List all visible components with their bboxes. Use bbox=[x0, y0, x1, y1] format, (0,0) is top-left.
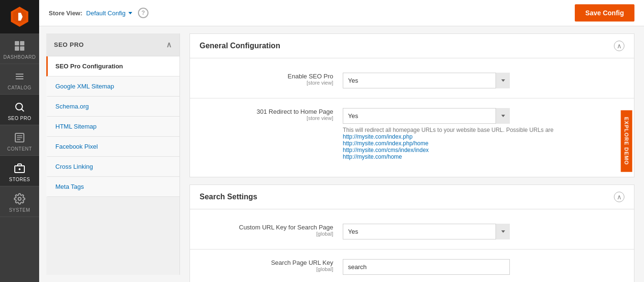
custom-url-key-scope: [global] bbox=[200, 231, 333, 237]
divider-1 bbox=[190, 98, 634, 98]
enable-seo-pro-control: Yes No bbox=[343, 73, 624, 88]
sidebar-item-stores[interactable]: STORES bbox=[0, 156, 39, 186]
custom-url-key-select-wrapper: Yes No bbox=[343, 224, 510, 239]
divider-2 bbox=[190, 249, 634, 249]
stores-icon bbox=[13, 162, 26, 175]
save-config-button[interactable]: Save Config bbox=[575, 4, 634, 22]
sidebar-item-stores-label: STORES bbox=[9, 177, 30, 182]
sidebar-item-system-label: SYSTEM bbox=[9, 207, 30, 213]
store-view-value: Default Config bbox=[86, 10, 126, 17]
redirect-link-3: http://mysite.com/cms/index/index bbox=[343, 147, 624, 153]
svg-point-9 bbox=[18, 197, 21, 200]
svg-rect-2 bbox=[15, 46, 19, 51]
seo-pro-title: SEO PRO bbox=[54, 41, 84, 48]
nav-item-seo-pro-config[interactable]: SEO Pro Configuration bbox=[46, 56, 179, 76]
sidebar-item-dashboard-label: DASHBOARD bbox=[3, 54, 36, 60]
search-page-url-key-row: Search Page URL Key [global] bbox=[190, 254, 634, 280]
seo-pro-section-header: SEO PRO ∧ bbox=[46, 33, 179, 56]
enable-seo-pro-row: Enable SEO Pro [store view] Yes No bbox=[190, 68, 634, 93]
redirect-301-help-main: This will redirect all homepage URLs to … bbox=[343, 127, 554, 133]
sidebar-item-catalog-label: CATALOG bbox=[8, 85, 32, 90]
left-panel: SEO PRO ∧ SEO Pro Configuration Google X… bbox=[46, 33, 180, 275]
content-area: SEO PRO ∧ SEO Pro Configuration Google X… bbox=[39, 26, 644, 282]
nav-item-html-sitemap[interactable]: HTML Sitemap bbox=[46, 117, 179, 137]
collapse-icon[interactable]: ∧ bbox=[166, 40, 172, 49]
custom-url-key-control: Yes No bbox=[343, 224, 624, 239]
redirect-301-label: 301 Redirect to Home Page bbox=[200, 108, 333, 115]
general-config-body: Enable SEO Pro [store view] Yes No bbox=[190, 58, 634, 177]
nav-item-google-xml-sitemap[interactable]: Google XML Sitemap bbox=[46, 76, 179, 97]
search-settings-title: Search Settings bbox=[200, 193, 257, 201]
redirect-301-control: Yes No This will redirect all homepage U… bbox=[343, 108, 624, 160]
sidebar-item-system[interactable]: SYSTEM bbox=[0, 186, 39, 217]
svg-rect-0 bbox=[15, 41, 19, 45]
custom-url-key-label: Custom URL Key for Search Page bbox=[200, 224, 333, 231]
store-view-select[interactable]: Default Config bbox=[86, 10, 132, 17]
enable-seo-pro-scope: [store view] bbox=[200, 80, 333, 86]
explore-demo-banner[interactable]: EXPLORE DEMO bbox=[621, 110, 633, 172]
sidebar-item-dashboard[interactable]: DASHBOARD bbox=[0, 33, 39, 64]
main-wrapper: Store View: Default Config ? Save Config… bbox=[39, 0, 644, 282]
nav-item-schema-org[interactable]: Schema.org bbox=[46, 97, 179, 117]
custom-url-key-row: Custom URL Key for Search Page [global] … bbox=[190, 219, 634, 244]
system-icon bbox=[13, 192, 26, 206]
general-config-header: General Configuration ∧ bbox=[190, 34, 634, 58]
redirect-301-scope: [store view] bbox=[200, 115, 333, 121]
enable-seo-pro-label: Enable SEO Pro bbox=[200, 73, 333, 80]
svg-rect-1 bbox=[20, 41, 24, 45]
redirect-301-row: 301 Redirect to Home Page [store view] Y… bbox=[190, 103, 634, 165]
redirect-301-select[interactable]: Yes No bbox=[343, 108, 510, 124]
sidebar-item-catalog[interactable]: CATALOG bbox=[0, 64, 39, 95]
nav-item-meta-tags[interactable]: Meta Tags bbox=[46, 177, 179, 197]
redirect-link-2: http://mysite.com/index.php/home bbox=[343, 140, 624, 147]
redirect-link-1: http://mysite.com/index.php bbox=[343, 133, 624, 140]
right-panel: General Configuration ∧ Enable SEO Pro [… bbox=[180, 26, 644, 282]
seo-pro-icon bbox=[13, 100, 26, 114]
sidebar-item-content-label: CONTENT bbox=[7, 146, 32, 152]
content-icon bbox=[13, 131, 26, 144]
enable-seo-pro-label-group: Enable SEO Pro [store view] bbox=[200, 73, 343, 86]
search-settings-section: Search Settings ∧ Custom URL Key for Sea… bbox=[190, 184, 634, 282]
search-page-url-key-label-group: Search Page URL Key [global] bbox=[200, 259, 343, 272]
custom-url-key-select[interactable]: Yes No bbox=[343, 224, 510, 239]
enable-seo-pro-select[interactable]: Yes No bbox=[343, 73, 510, 88]
nav-item-cross-linking[interactable]: Cross Linking bbox=[46, 157, 179, 177]
redirect-301-select-wrapper: Yes No bbox=[343, 108, 510, 124]
sidebar-item-content[interactable]: CONTENT bbox=[0, 125, 39, 156]
general-config-title: General Configuration bbox=[200, 42, 280, 50]
sidebar-item-seo-pro-label: SEO PRO bbox=[8, 116, 31, 121]
custom-url-key-label-group: Custom URL Key for Search Page [global] bbox=[200, 224, 343, 237]
help-icon[interactable]: ? bbox=[138, 8, 148, 18]
search-settings-collapse-button[interactable]: ∧ bbox=[614, 192, 624, 202]
enable-seo-pro-select-wrapper: Yes No bbox=[343, 73, 510, 88]
top-bar-left: Store View: Default Config ? bbox=[49, 8, 148, 18]
svg-rect-3 bbox=[20, 46, 24, 51]
search-page-url-key-control bbox=[343, 259, 624, 275]
store-view-label: Store View: bbox=[49, 10, 83, 17]
redirect-301-label-group: 301 Redirect to Home Page [store view] bbox=[200, 108, 343, 121]
top-bar: Store View: Default Config ? Save Config bbox=[39, 0, 644, 26]
search-settings-header: Search Settings ∧ bbox=[190, 185, 634, 209]
redirect-link-4: http://mysite.com/home bbox=[343, 153, 624, 160]
sidebar: DASHBOARD CATALOG SEO PRO CONTENT STORES… bbox=[0, 0, 39, 282]
dashboard-icon bbox=[13, 39, 26, 53]
sidebar-logo bbox=[0, 0, 39, 33]
search-page-url-key-label: Search Page URL Key bbox=[200, 259, 333, 266]
search-page-url-key-scope: [global] bbox=[200, 266, 333, 272]
store-view-chevron-icon bbox=[128, 12, 132, 14]
sidebar-item-seo-pro[interactable]: SEO PRO bbox=[0, 95, 39, 125]
general-config-section: General Configuration ∧ Enable SEO Pro [… bbox=[190, 33, 634, 177]
nav-item-facebook-pixel[interactable]: Facebook Pixel bbox=[46, 137, 179, 157]
catalog-icon bbox=[13, 70, 26, 83]
search-settings-body: Custom URL Key for Search Page [global] … bbox=[190, 209, 634, 282]
general-config-collapse-button[interactable]: ∧ bbox=[614, 41, 624, 51]
redirect-301-help-text: This will redirect all homepage URLs to … bbox=[343, 127, 624, 160]
search-page-url-key-input[interactable] bbox=[343, 259, 510, 275]
